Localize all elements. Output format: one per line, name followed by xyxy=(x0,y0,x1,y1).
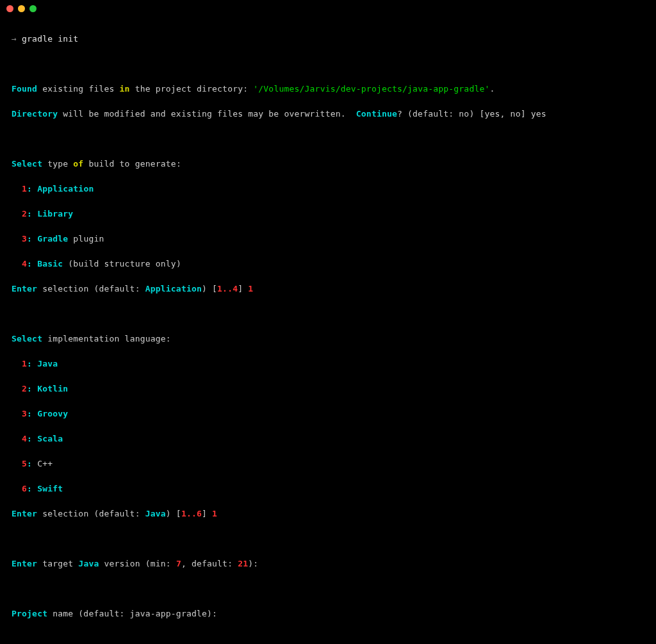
select-build-header: Select type of build to generate: xyxy=(12,158,644,170)
project-name-line: Project name (default: java-app-gradle): xyxy=(12,607,644,620)
command-line: → gradle init xyxy=(12,33,644,45)
build-option-4: 4: Basic (build structure only) xyxy=(12,258,644,270)
lang-option-3: 3: Groovy xyxy=(12,408,644,420)
lang-option-6: 6: Swift xyxy=(12,483,644,495)
build-option-2: 2: Library xyxy=(12,208,644,220)
maximize-icon[interactable] xyxy=(29,5,37,12)
build-option-1: 1: Application xyxy=(12,183,644,195)
lang-option-1: 1: Java xyxy=(12,358,644,370)
target-java-line: Enter target Java version (min: 7, defau… xyxy=(12,557,644,570)
build-option-3: 3: Gradle plugin xyxy=(12,233,644,245)
lang-option-4: 4: Scala xyxy=(12,433,644,445)
lang-option-2: 2: Kotlin xyxy=(12,383,644,395)
select-lang-header: Select implementation language: xyxy=(12,333,644,345)
found-line: Found existing files in the project dire… xyxy=(12,83,644,95)
lang-option-5: 5: C++ xyxy=(12,458,644,470)
window-titlebar xyxy=(0,0,656,17)
minimize-icon[interactable] xyxy=(18,5,25,12)
close-icon[interactable] xyxy=(6,5,13,12)
terminal-output[interactable]: → gradle init Found existing files in th… xyxy=(0,17,656,644)
enter-build-selection: Enter selection (default: Application) [… xyxy=(12,283,644,295)
enter-lang-selection: Enter selection (default: Java) [1..6] 1 xyxy=(12,508,644,520)
directory-line: Directory will be modified and existing … xyxy=(12,108,644,120)
